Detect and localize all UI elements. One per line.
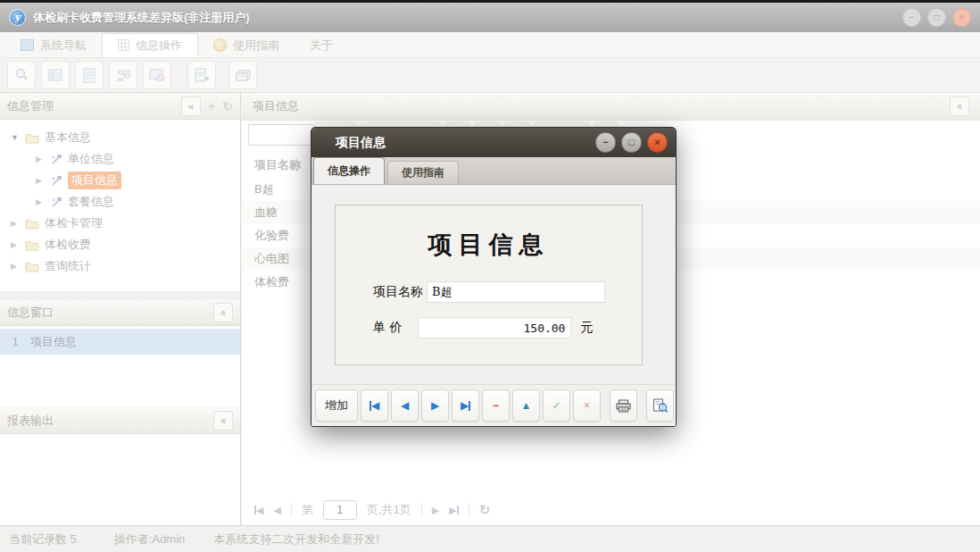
refresh-icon[interactable]: ↻ [222,99,233,113]
tab-label: 关于 [310,38,333,54]
printer-icon [616,399,631,413]
tree-item-exam-charge[interactable]: ▶ 体检收费 [0,234,240,255]
tree-item-label: 查询统计 [45,258,91,274]
collapse-arrow-icon[interactable]: ▶ [36,155,49,163]
refresh-icon[interactable]: ↻ [479,502,491,518]
prev-record-button[interactable]: ◀ [391,389,419,422]
document-button[interactable] [75,61,104,89]
user-report-button[interactable] [109,61,137,89]
document-add-button[interactable] [187,61,216,89]
dialog-tab-info-operation[interactable]: 信息操作 [313,157,385,184]
next-page-icon[interactable]: ▶ [432,505,439,516]
first-page-icon[interactable]: ◀ [254,505,263,516]
main-panel-header: 项目信息 « [242,93,980,121]
add-icon[interactable]: + [208,99,215,113]
dialog-maximize-icon[interactable]: □ [621,132,642,153]
status-message: 本系统支持二次开发和全新开发! [213,531,379,548]
add-button[interactable]: 增加 [315,389,358,422]
pager-separator [421,503,422,517]
screen-report-button[interactable] [143,61,171,89]
document-icon [83,68,96,83]
dialog-close-icon[interactable]: × [647,132,668,153]
page-number-input[interactable] [323,500,357,520]
open-window-item[interactable]: 1 项目信息 [0,329,240,355]
search-icon [13,67,29,83]
open-window-label: 项目信息 [30,334,77,350]
window-titlebar: y 体检刷卡收费管理系统差异版(非注册用户) − □ × [0,0,980,32]
next-record-button[interactable]: ▶ [421,389,449,422]
first-record-button[interactable]: ◀ [361,389,388,422]
tab-user-guide[interactable]: 使用指南 [198,33,295,57]
dialog-minimize-icon[interactable]: − [595,132,616,153]
folder-icon [25,132,39,144]
tree-item-card-manage[interactable]: ▶ 体检卡管理 [0,213,240,234]
collapse-arrow-icon[interactable]: ▶ [11,262,24,271]
application-window: y 体检刷卡收费管理系统差异版(非注册用户) − □ × 系统导航 信息操作 使… [0,0,980,552]
last-page-icon[interactable]: ▶ [449,505,458,516]
list-view-icon [47,68,63,82]
maximize-icon[interactable]: □ [927,8,946,27]
collapse-section-icon[interactable]: « [213,411,233,431]
collapse-section-icon[interactable]: « [213,303,233,322]
print-preview-button[interactable] [646,389,674,422]
project-info-dialog: 项目信息 − □ × 信息操作 使用指南 项目信息 项目名称 单 价 元 [311,127,677,427]
main-panel-title: 项目信息 [253,98,299,114]
cancel-button[interactable]: × [573,389,601,422]
last-record-button[interactable]: ▶ [452,389,479,422]
sidebar-collapse-icon[interactable]: « [181,96,201,116]
document-add-icon [195,68,209,83]
project-name-input[interactable] [427,281,605,303]
tool-icon [50,197,62,208]
report-output-header: 报表输出 « [0,407,240,434]
report-output-body [0,434,240,525]
tool-icon [50,175,62,187]
tab-info-operation[interactable]: 信息操作 [102,33,198,57]
tool-icon [50,154,62,165]
tree-item-package-info[interactable]: ▶ 套餐信息 [0,191,240,213]
search-button[interactable] [7,61,36,89]
collapse-arrow-icon[interactable]: ▶ [11,219,24,228]
list-view-button[interactable] [41,61,70,89]
form-title: 项目信息 [336,229,642,261]
delete-record-button[interactable]: − [482,389,510,422]
unit-price-label: 单 价 [373,320,402,336]
tree-item-label: 基本信息 [45,130,91,146]
tree-item-label: 体检卡管理 [45,215,103,231]
edit-record-button[interactable]: ▲ [512,389,540,422]
expand-arrow-icon[interactable]: ▼ [11,133,24,142]
collapse-panel-icon[interactable]: « [950,96,969,116]
close-icon[interactable]: × [952,8,971,27]
tab-system-nav[interactable]: 系统导航 [5,33,102,57]
tree-item-project-info[interactable]: ▶ 项目信息 [0,170,240,191]
confirm-button[interactable]: ✓ [543,389,570,422]
prev-page-icon[interactable]: ◀ [273,505,280,516]
grid-icon [118,39,129,51]
tree-item-query-stats[interactable]: ▶ 查询统计 [0,255,240,277]
archive-icon [235,69,252,82]
tree-item-basic-info[interactable]: ▼ 基本信息 [0,127,240,148]
tree-item-unit-info[interactable]: ▶ 单位信息 [0,148,240,170]
project-form-panel: 项目信息 项目名称 单 价 元 [335,205,643,365]
dialog-body: 项目信息 项目名称 单 价 元 [311,185,676,385]
window-controls: − □ × [902,8,971,27]
dialog-tab-user-guide[interactable]: 使用指南 [387,161,459,184]
tab-label: 信息操作 [136,38,182,54]
print-preview-icon [652,398,668,413]
folder-icon [25,239,39,251]
tab-about[interactable]: 关于 [295,33,348,57]
minimize-icon[interactable]: − [902,8,921,27]
status-bar: 当前记录数 5 操作者:Admin 本系统支持二次开发和全新开发! [0,525,980,552]
collapse-arrow-icon[interactable]: ▶ [11,240,24,249]
print-button[interactable] [610,389,637,422]
archive-button[interactable] [228,61,257,89]
collapse-arrow-icon[interactable]: ▶ [36,197,49,206]
tree-item-label: 体检收费 [45,237,91,253]
pager-separator [291,503,292,517]
dialog-button-bar: 增加 ◀ ◀ ▶ ▶ − ▲ ✓ × [311,384,676,426]
record-count-status: 当前记录数 5 [9,531,77,548]
unit-price-input[interactable] [418,317,571,339]
main-toolbar [0,58,980,93]
collapse-arrow-icon[interactable]: ▶ [36,176,49,185]
open-window-index: 1 [0,335,30,348]
navigation-tree: ▼ 基本信息 ▶ 单位信息 ▶ 项目信息 ▶ 套餐信息 ▶ [0,120,240,291]
